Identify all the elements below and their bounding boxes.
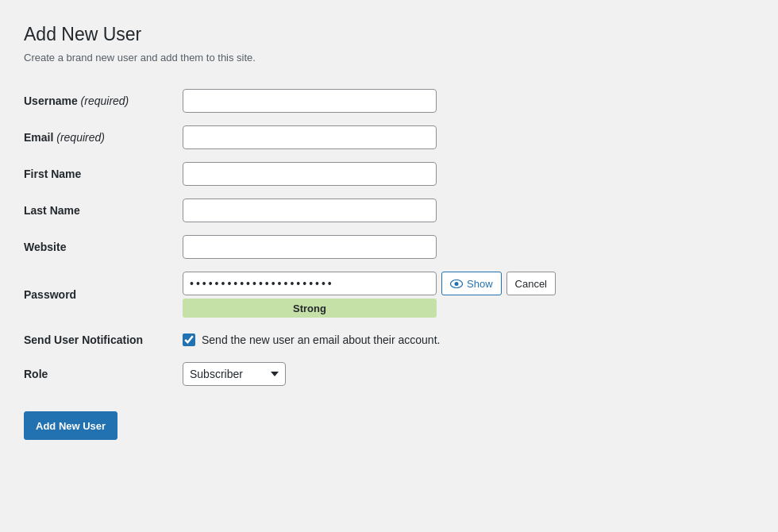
password-label: Password — [24, 265, 183, 324]
username-label: Username (required) — [24, 83, 183, 119]
password-input-row: Show Cancel — [183, 272, 754, 295]
notification-checkbox-row: Send the new user an email about their a… — [183, 333, 754, 346]
first-name-row: First Name — [24, 156, 754, 192]
notification-label: Send User Notification — [24, 324, 183, 356]
email-input[interactable] — [183, 125, 437, 149]
svg-point-1 — [455, 282, 459, 286]
page-subtitle: Create a brand new user and add them to … — [24, 52, 754, 64]
role-row: Role Subscriber Contributor Author Edito… — [24, 356, 754, 392]
password-field-container: Show Cancel Strong — [183, 272, 754, 318]
email-label: Email (required) — [24, 119, 183, 156]
role-label: Role — [24, 356, 183, 392]
username-row: Username (required) — [24, 83, 754, 119]
last-name-row: Last Name — [24, 192, 754, 229]
username-required: (required) — [81, 94, 129, 107]
website-input[interactable] — [183, 235, 437, 259]
notification-checkbox-label: Send the new user an email about their a… — [202, 333, 440, 346]
notification-row: Send User Notification Send the new user… — [24, 324, 754, 356]
cancel-password-button[interactable]: Cancel — [506, 272, 556, 295]
page-title: Add New User — [24, 24, 754, 45]
first-name-label: First Name — [24, 156, 183, 192]
last-name-input[interactable] — [183, 199, 437, 222]
first-name-input[interactable] — [183, 162, 437, 186]
show-password-button[interactable]: Show — [441, 272, 502, 295]
role-select[interactable]: Subscriber Contributor Author Editor Adm… — [183, 362, 286, 386]
website-label: Website — [24, 229, 183, 265]
add-user-form: Username (required) Email (required) Fir… — [24, 83, 754, 392]
password-strength-bar: Strong — [183, 299, 437, 318]
username-input[interactable] — [183, 89, 437, 113]
notification-checkbox[interactable] — [183, 333, 195, 346]
last-name-label: Last Name — [24, 192, 183, 229]
email-required: (required) — [56, 131, 105, 144]
add-new-user-button[interactable]: Add New User — [24, 411, 117, 440]
website-row: Website — [24, 229, 754, 265]
password-row: Password Show Cancel — [24, 265, 754, 324]
eye-icon — [450, 279, 463, 288]
password-input[interactable] — [183, 272, 437, 295]
email-row: Email (required) — [24, 119, 754, 156]
